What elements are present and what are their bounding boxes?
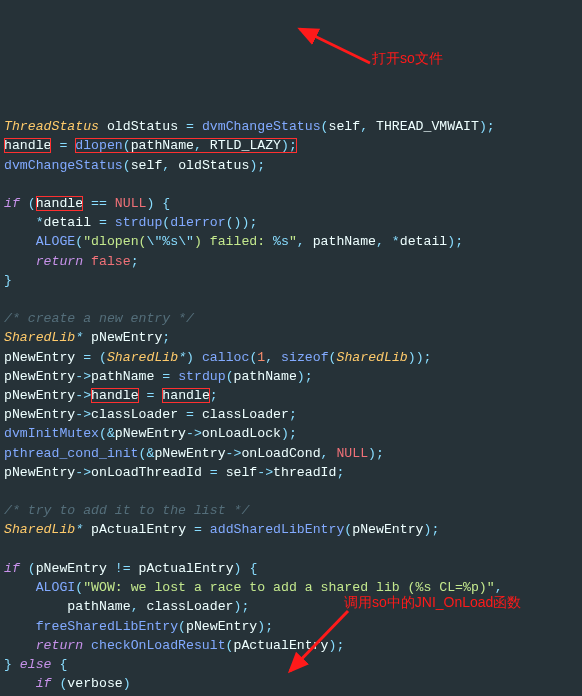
comment: /* try to add it to the list */: [4, 503, 249, 518]
highlight-handle-rhs: handle: [162, 388, 209, 403]
svg-line-0: [300, 29, 370, 63]
highlight-dlopen-call: dlopen(pathName, RTLD_LAZY);: [75, 138, 297, 153]
annotation-call-jni-onload: 调用so中的JNI_OnLoad函数: [344, 594, 521, 610]
highlight-handle-var: handle: [4, 138, 51, 153]
annotation-open-so: 打开so文件: [372, 50, 443, 66]
comment: /* create a new entry */: [4, 311, 194, 326]
type: ThreadStatus: [4, 119, 99, 134]
highlight-handle-field: handle: [91, 388, 138, 403]
highlight-handle-check: handle: [36, 196, 83, 211]
arrow-icon: [290, 23, 380, 83]
